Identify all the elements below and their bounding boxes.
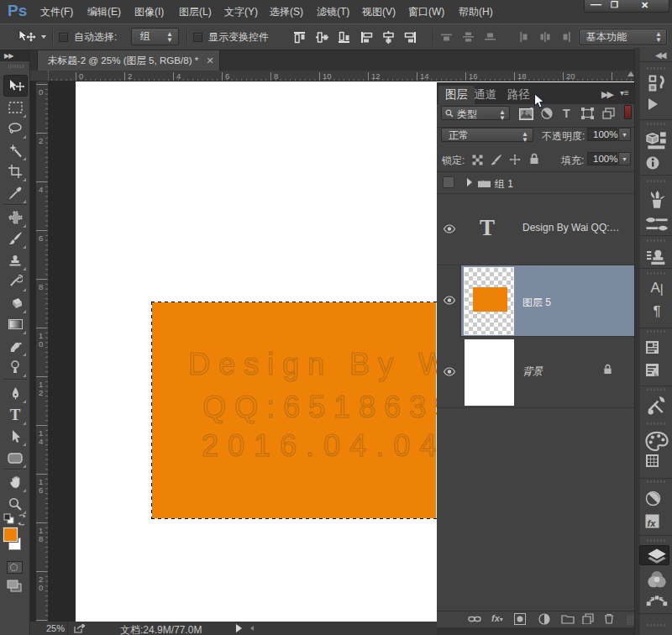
svg-text:0: 0	[39, 339, 43, 349]
svg-text:6: 6	[225, 71, 229, 81]
svg-text:8: 8	[274, 71, 278, 81]
svg-text:2: 2	[39, 388, 43, 397]
svg-text:4: 4	[39, 185, 43, 194]
svg-text:0: 0	[39, 87, 43, 97]
svg-text:8: 8	[39, 534, 43, 543]
svg-text:16: 16	[469, 71, 478, 81]
svg-text:10: 10	[323, 71, 332, 81]
svg-text:8: 8	[39, 282, 43, 291]
svg-text:6: 6	[39, 234, 43, 243]
svg-text:0: 0	[79, 71, 83, 81]
svg-text:2: 2	[128, 71, 132, 81]
svg-text:4: 4	[39, 437, 43, 446]
svg-text:12: 12	[371, 71, 381, 81]
svg-text:2: 2	[39, 136, 43, 145]
svg-text:4: 4	[176, 71, 181, 81]
svg-text:18: 18	[517, 71, 527, 81]
svg-text:20: 20	[566, 71, 575, 81]
svg-text:fx: fx	[648, 518, 657, 528]
svg-text:6: 6	[39, 485, 43, 495]
svg-text:14: 14	[420, 71, 429, 81]
svg-text:0: 0	[39, 583, 43, 592]
